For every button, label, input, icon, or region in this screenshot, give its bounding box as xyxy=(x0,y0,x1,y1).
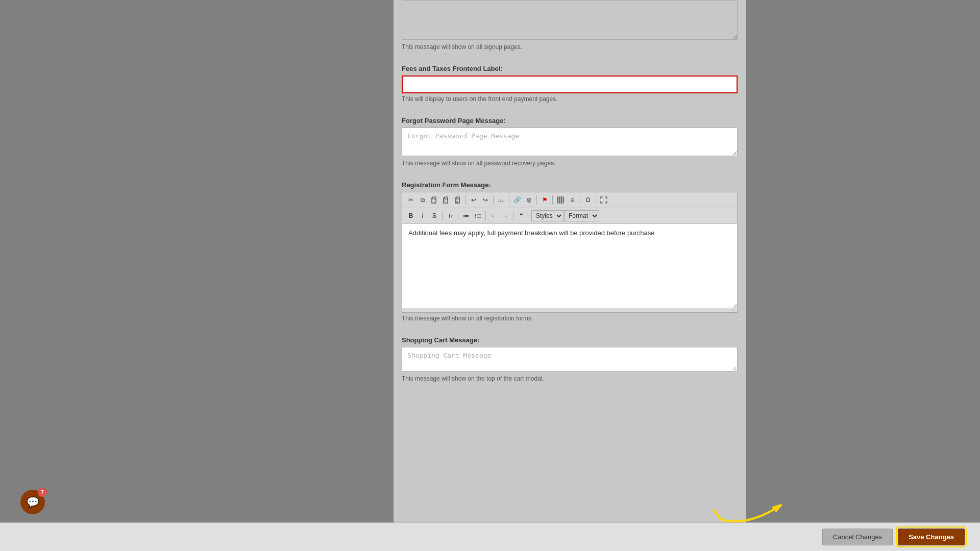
rte-sep11 xyxy=(513,211,513,220)
svg-rect-3 xyxy=(445,197,448,199)
main-content: This message will show on all signup pag… xyxy=(159,0,980,551)
rte-blockquote-btn[interactable]: ❝ xyxy=(516,210,527,221)
svg-text:W: W xyxy=(456,200,458,203)
registration-section: Registration Form Message: ✂ ⧉ T W xyxy=(394,175,746,330)
rte-sep3 xyxy=(509,195,509,205)
svg-text:T: T xyxy=(444,200,446,203)
chat-icon: 💬 xyxy=(27,496,39,508)
rte-bold-btn[interactable]: B xyxy=(405,210,416,221)
rte-paste-btn[interactable] xyxy=(429,194,440,206)
rte-cut-btn[interactable]: ✂ xyxy=(405,194,416,206)
rte-ul-btn[interactable]: ≔ xyxy=(460,210,472,221)
svg-rect-6 xyxy=(456,197,459,199)
rte-ol-btn[interactable]: 1.2. xyxy=(472,210,483,221)
rte-sep10 xyxy=(485,211,486,220)
rte-styles-select[interactable]: Styles xyxy=(531,210,564,221)
rte-resize-handle[interactable]: ⋰ xyxy=(402,308,737,312)
rte-format-select[interactable]: Format xyxy=(564,210,599,221)
rte-link-btn[interactable]: 🔗 xyxy=(511,194,523,206)
chat-badge: 7 xyxy=(38,488,47,497)
svg-text:2.: 2. xyxy=(475,216,477,219)
top-helper-text: This message will show on all signup pag… xyxy=(402,43,738,55)
shopping-cart-helper: This message will show on the top of the… xyxy=(402,375,738,386)
shopping-cart-section: Shopping Cart Message: This message will… xyxy=(394,330,746,390)
rte-fullscreen-btn[interactable] xyxy=(598,194,609,206)
top-textarea[interactable] xyxy=(402,0,738,40)
rte-sep2 xyxy=(493,195,494,205)
top-section: This message will show on all signup pag… xyxy=(394,0,746,59)
rte-sep9 xyxy=(458,211,458,220)
rte-paste-word-btn[interactable]: W xyxy=(452,194,463,206)
rte-outdent-btn[interactable]: ← xyxy=(488,210,499,221)
shopping-cart-label: Shopping Cart Message: xyxy=(402,336,738,344)
fees-helper: This will display to users on the front … xyxy=(402,95,738,107)
rte-clear-format-btn[interactable]: Tx xyxy=(445,210,456,221)
fees-section: Fees and Taxes Frontend Label: Fees This… xyxy=(394,59,746,111)
rte-table-btn[interactable] xyxy=(555,194,566,206)
rte-redo-btn[interactable]: ↪ xyxy=(480,194,491,206)
svg-rect-1 xyxy=(433,197,436,199)
registration-label: Registration Form Message: xyxy=(402,181,738,189)
chat-widget[interactable]: 💬 7 xyxy=(20,490,45,514)
rte-sep12 xyxy=(529,211,529,220)
action-bar: Cancel Changes Save Changes xyxy=(0,522,980,551)
forgot-password-helper: This message will show on all password r… xyxy=(402,160,738,171)
fees-input[interactable]: Fees xyxy=(402,76,738,93)
rte-indent-btn[interactable]: → xyxy=(500,210,511,221)
rte-resize-icon: ⋰ xyxy=(730,308,735,313)
rte-sep1 xyxy=(465,195,466,205)
rte-unlink-btn[interactable]: ⛓ xyxy=(523,194,534,206)
rte-undo-btn[interactable]: ↩ xyxy=(468,194,479,206)
rte-toolbar-row2: B I S Tx ≔ 1.2. ← → ❝ xyxy=(402,208,737,224)
shopping-cart-textarea[interactable] xyxy=(402,347,738,371)
rte-sep8 xyxy=(442,211,443,220)
forgot-password-label: Forgot Password Page Message: xyxy=(402,117,738,124)
rte-list-view-btn[interactable]: ≡ xyxy=(567,194,578,206)
rte-copy-btn[interactable]: ⧉ xyxy=(417,194,428,206)
rte-strikethrough-btn[interactable]: S xyxy=(429,210,440,221)
rte-italic-btn[interactable]: I xyxy=(417,210,428,221)
rte-sep6 xyxy=(580,195,580,205)
rich-text-editor: ✂ ⧉ T W ↩ ↪ ⌕▾ xyxy=(402,192,738,313)
save-button[interactable]: Save Changes xyxy=(898,529,965,545)
rte-sep4 xyxy=(536,195,537,205)
form-container: This message will show on all signup pag… xyxy=(394,0,746,551)
rte-special-char-btn[interactable]: Ω xyxy=(582,194,594,206)
rte-sep7 xyxy=(596,195,596,205)
cancel-button[interactable]: Cancel Changes xyxy=(822,529,893,545)
svg-rect-8 xyxy=(557,197,564,203)
rte-find-btn[interactable]: ⌕▾ xyxy=(496,194,507,206)
forgot-password-textarea[interactable] xyxy=(402,128,738,156)
forgot-password-section: Forgot Password Page Message: This messa… xyxy=(394,111,746,175)
rte-anchor-btn[interactable]: ⚑ xyxy=(539,194,550,206)
rte-toolbar-row1: ✂ ⧉ T W ↩ ↪ ⌕▾ xyxy=(402,192,737,208)
rte-content[interactable]: Additional fees may apply, full payment … xyxy=(402,224,737,308)
rte-paste-text-btn[interactable]: T xyxy=(440,194,452,206)
registration-helper: This message will show on all registrati… xyxy=(402,315,738,326)
rte-sep5 xyxy=(552,195,553,205)
fees-label: Fees and Taxes Frontend Label: xyxy=(402,65,738,72)
